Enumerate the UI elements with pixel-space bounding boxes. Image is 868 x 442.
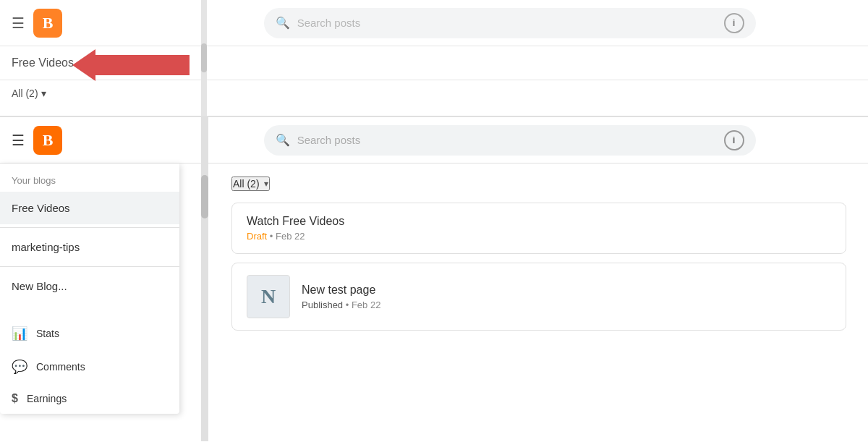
search-icon-main: 🔍 <box>276 133 290 147</box>
sidebar-divider-1 <box>0 227 179 228</box>
comments-label: Comments <box>36 361 85 373</box>
search-placeholder-top: Search posts <box>297 17 715 29</box>
post-date-1: Feb 22 <box>276 231 305 242</box>
sidebar-blog-free-videos[interactable]: Free Videos <box>0 192 179 224</box>
search-bar-main[interactable]: 🔍 Search posts i <box>264 125 756 156</box>
filter-label-main: All (2) <box>233 178 260 190</box>
hamburger-menu-top[interactable]: ☰ <box>12 14 25 32</box>
post-date-2: Feb 22 <box>352 299 380 310</box>
info-icon-top[interactable]: i <box>724 13 744 33</box>
search-icon-top: 🔍 <box>276 16 290 30</box>
filter-chevron-main: ▾ <box>264 179 268 189</box>
earnings-label: Earnings <box>27 393 67 404</box>
post-thumbnail-2: N <box>247 275 290 318</box>
logo-b-main: B <box>43 131 54 150</box>
post-meta-1: Draft • Feb 22 <box>247 231 831 242</box>
stats-icon: 📊 <box>12 326 27 341</box>
post-title-1: Watch Free Videos <box>247 215 831 228</box>
blog-name-top: Free Videos <box>12 56 74 69</box>
sidebar-dropdown: Your blogs Free Videos marketing-tips Ne… <box>0 163 179 414</box>
sidebar-blog-marketing-tips[interactable]: marketing-tips <box>0 231 179 263</box>
post-status-1: Draft <box>247 231 267 242</box>
filter-button-top[interactable]: All (2) ▾ <box>12 88 46 99</box>
filter-select-main[interactable]: All (2) ▾ <box>231 177 270 191</box>
post-info-2: New test page Published • Feb 22 <box>302 284 831 310</box>
sidebar-nav-earnings[interactable]: $ Earnings <box>0 383 179 414</box>
info-icon-main[interactable]: i <box>724 130 744 150</box>
search-placeholder-main: Search posts <box>297 134 715 146</box>
post-title-2: New test page <box>302 284 831 297</box>
red-arrow-top <box>72 49 190 81</box>
hamburger-menu-main[interactable]: ☰ <box>12 132 25 149</box>
sidebar-divider-2 <box>0 266 179 267</box>
blogger-logo-main[interactable]: B <box>33 126 62 155</box>
post-meta-sep-1: • <box>270 231 276 242</box>
blogger-logo-top[interactable]: B <box>33 9 62 38</box>
earnings-icon: $ <box>12 392 18 405</box>
comments-icon: 💬 <box>12 359 27 375</box>
filter-label-top: All (2) <box>12 88 38 99</box>
sidebar-nav-stats[interactable]: 📊 Stats <box>0 317 179 350</box>
your-blogs-label: Your blogs <box>0 163 179 192</box>
main-header: ☰ B 🔍 Search posts i <box>0 117 868 163</box>
post-card-2[interactable]: N New test page Published • Feb 22 <box>231 263 846 331</box>
post-meta-sep-2: • <box>346 299 352 310</box>
sidebar-nav-comments[interactable]: 💬 Comments <box>0 350 179 383</box>
search-bar-top[interactable]: 🔍 Search posts i <box>264 8 756 38</box>
logo-b-top: B <box>43 14 54 33</box>
filter-chevron-top: ▾ <box>41 88 46 99</box>
post-info-1: Watch Free Videos Draft • Feb 22 <box>247 215 831 242</box>
content-area: All (2) ▾ Watch Free Videos Draft • Feb … <box>210 163 868 347</box>
filter-row: All (2) ▾ <box>231 171 846 203</box>
stats-label: Stats <box>36 328 59 339</box>
post-card-1[interactable]: Watch Free Videos Draft • Feb 22 <box>231 203 846 254</box>
post-meta-2: Published • Feb 22 <box>302 299 831 310</box>
post-status-2: Published <box>302 299 343 310</box>
sidebar-blog-new-blog[interactable]: New Blog... <box>0 270 179 302</box>
